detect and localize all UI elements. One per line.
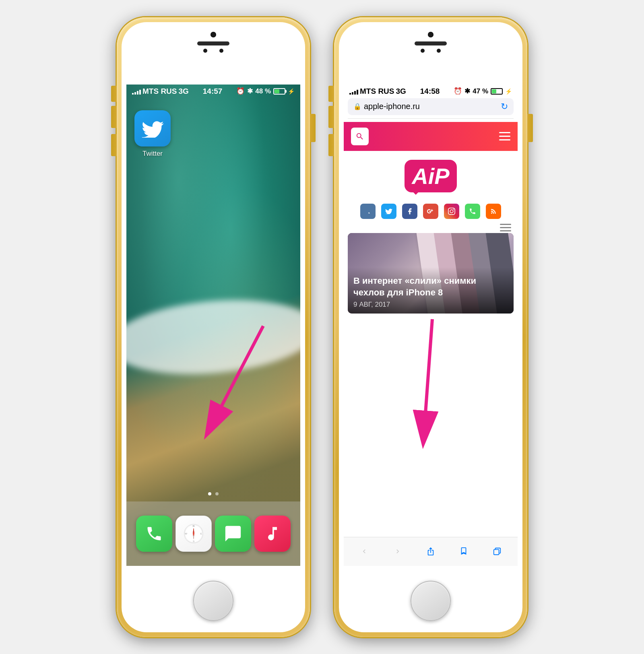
back-button[interactable] (354, 541, 374, 561)
phone2-carrier: MTS RUS (360, 87, 394, 96)
status-bar-1: MTS RUS 3G 14:57 ⏰ ✱ 48 % ⚡ (126, 85, 300, 98)
dock: N S W E (126, 501, 300, 566)
twitter-app-icon[interactable]: Twitter (134, 110, 171, 158)
social-icons-row (344, 204, 518, 219)
aip-logo[interactable]: AiP (405, 160, 456, 192)
status-left-group: MTS RUS 3G (132, 87, 189, 96)
phone2-battery-icon (491, 88, 503, 95)
status-bar-2: MTS RUS 3G 14:58 ⏰ ✱ 47 % ⚡ (344, 85, 518, 98)
twitter-icon-img (134, 110, 171, 146)
phone2-volume-down-button[interactable] (328, 134, 334, 156)
volume-down-button[interactable] (111, 134, 117, 156)
site-menu-button[interactable] (499, 132, 510, 140)
phone2-sensors-row (421, 49, 441, 53)
facebook-social-icon[interactable] (402, 204, 417, 219)
battery-fill (275, 89, 279, 93)
back-svg (360, 547, 368, 555)
phone2-bluetooth-icon: ✱ (464, 87, 470, 95)
arrow-2-line (424, 319, 432, 430)
phone2-volume-up-button[interactable] (328, 106, 334, 128)
page-dots (208, 492, 219, 495)
site-header-bar (344, 122, 518, 151)
signal-bars (132, 88, 141, 95)
battery-percent: 48 % (255, 87, 271, 95)
phone2-network: 3G (396, 87, 406, 96)
phone2-mute-button[interactable] (328, 86, 334, 102)
menu-line-2 (500, 227, 511, 228)
menu-line-1 (500, 224, 511, 225)
gp-svg (427, 208, 434, 215)
phone-social-icon[interactable] (465, 204, 480, 219)
network-type: 3G (179, 87, 189, 96)
earpiece-speaker (197, 41, 229, 45)
phone2-sensor-left (421, 49, 425, 53)
bookmarks-button[interactable] (454, 541, 474, 561)
phone-svg (145, 525, 163, 543)
ig-svg (448, 208, 455, 215)
reload-button[interactable]: ↻ (501, 101, 508, 112)
phone2-earpiece-speaker (415, 41, 447, 45)
phone-1-inner: MTS RUS 3G 14:57 ⏰ ✱ 48 % ⚡ (122, 22, 305, 632)
vk-svg (364, 208, 372, 215)
article-card[interactable]: В интернет «слили» снимки чехлов для iPh… (348, 233, 514, 314)
tw-svg (385, 208, 392, 214)
site-search-button[interactable] (351, 128, 369, 145)
url-display: apple-iphone.ru (364, 102, 420, 111)
url-bar[interactable]: 🔒 apple-iphone.ru ↻ (348, 98, 514, 115)
status-time-1: 14:57 (203, 87, 223, 96)
rss-svg (490, 208, 497, 215)
search-svg (355, 132, 364, 141)
phone-1-top (122, 22, 305, 85)
fb-svg (406, 208, 413, 215)
hamburger-line-2 (499, 136, 510, 137)
svg-text:W: W (185, 532, 187, 535)
vk-social-icon[interactable] (360, 204, 376, 219)
phone2-battery-pct: 47 % (473, 87, 488, 95)
sensor-right (219, 49, 223, 53)
bluetooth-icon: ✱ (247, 87, 253, 95)
dock-safari-icon[interactable]: N S W E (175, 516, 212, 552)
forward-button[interactable] (388, 541, 408, 561)
power-button[interactable] (310, 114, 316, 142)
svg-text:S: S (193, 539, 194, 542)
phone2-status-right: ⏰ ✱ 47 % ⚡ (454, 87, 512, 95)
home-button-2[interactable] (411, 581, 451, 621)
svg-text:E: E (200, 532, 202, 535)
home-button-1[interactable] (193, 581, 233, 621)
instagram-social-icon[interactable] (444, 204, 459, 219)
phone2-time: 14:58 (420, 87, 440, 96)
dock-music-icon[interactable] (254, 516, 291, 552)
share-button[interactable] (421, 541, 441, 561)
rss-social-icon[interactable] (486, 204, 501, 219)
phone2-sensor-right (437, 49, 441, 53)
arrow-1-svg (126, 318, 300, 447)
site-menu-lines[interactable] (500, 224, 511, 231)
svg-text:N: N (193, 524, 195, 527)
signal-bar-1 (132, 93, 134, 95)
browser-bottom-bar (344, 537, 518, 566)
googleplus-social-icon[interactable] (423, 204, 438, 219)
article-text-overlay: В интернет «слили» снимки чехлов для iPh… (348, 267, 514, 313)
page-dot-1 (208, 492, 211, 495)
alarm-icon: ⏰ (236, 87, 245, 95)
phone2-power-button[interactable] (527, 114, 533, 142)
phone2-signal-bars (349, 88, 358, 95)
dock-phone-icon[interactable] (136, 516, 172, 552)
menu-line-3 (500, 230, 511, 231)
p2-bar3 (354, 91, 356, 95)
twitter-social-icon[interactable] (381, 204, 396, 219)
twitter-label: Twitter (142, 150, 163, 158)
volume-up-button[interactable] (111, 106, 117, 128)
carrier-name: MTS RUS (142, 87, 177, 96)
music-svg (264, 525, 281, 543)
mute-button[interactable] (111, 86, 117, 102)
status-right-group: ⏰ ✱ 48 % ⚡ (236, 87, 295, 95)
dock-messages-icon[interactable] (215, 516, 251, 552)
safari-svg: N S W E (183, 523, 204, 544)
site-body: AiP (344, 122, 518, 566)
charging-icon: ⚡ (288, 88, 295, 95)
phone2-battery-fill (492, 89, 496, 93)
signal-bar-2 (134, 92, 136, 95)
tabs-button[interactable] (487, 541, 507, 561)
site-secondary-menu (344, 221, 518, 233)
